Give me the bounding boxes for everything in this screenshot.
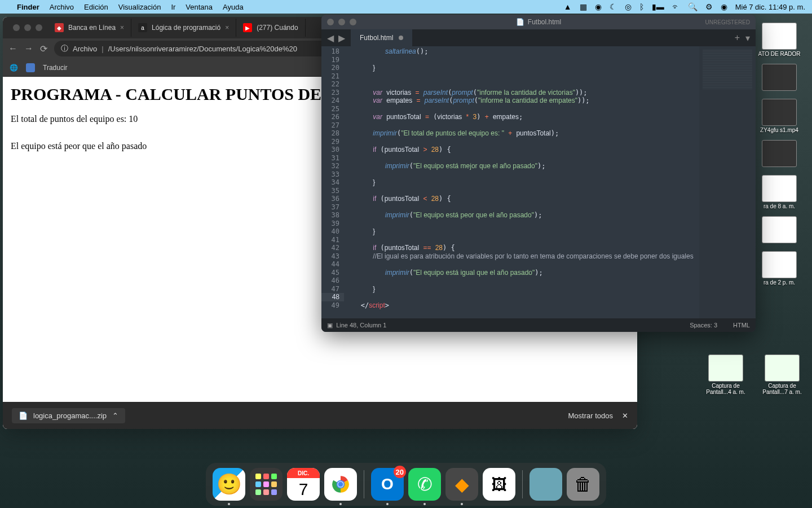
minimize-window-icon[interactable] [24, 24, 31, 31]
dock-outlook[interactable]: O 20 [371, 468, 404, 501]
bookmark-traducir[interactable]: Traducir [43, 64, 68, 72]
menu-visualizacion[interactable]: Visualización [118, 3, 161, 11]
tab-label: (277) Cuándo [257, 24, 298, 32]
show-all-downloads[interactable]: Mostrar todos [568, 411, 613, 420]
control-center-icon[interactable]: ⚙ [705, 2, 713, 11]
desktop-file[interactable]: ATO DE RADOR [754, 23, 805, 57]
calendar-month: DIC. [287, 468, 320, 478]
file-icon: 📄 [19, 411, 28, 420]
sublime-window: 📄 Futbol.html UNREGISTERED ◀ ▶ Futbol.ht… [321, 15, 756, 332]
close-tab-icon[interactable]: × [120, 24, 124, 32]
desktop-file[interactable]: Captura de Pantall...4 a. m. [700, 354, 751, 395]
url-scheme: Archivo [73, 45, 97, 53]
maximize-window-icon[interactable] [36, 24, 42, 31]
dock-separator [522, 470, 523, 498]
svg-point-3 [338, 481, 343, 487]
translate-icon[interactable] [26, 63, 35, 72]
globe-icon[interactable]: 🌐 [10, 64, 18, 72]
dock-minimized-window[interactable] [529, 468, 562, 501]
panel-switcher-icon[interactable]: ▣ [327, 322, 333, 329]
download-shelf: 📄 logica_progamac....zip ⌃ Mostrar todos… [3, 402, 637, 429]
play-circle-icon[interactable]: ◉ [595, 2, 602, 11]
back-button[interactable]: ← [8, 43, 17, 54]
triangle-icon[interactable]: ▲ [564, 2, 572, 11]
dock-preview[interactable]: 🖼 [483, 468, 515, 501]
tab-filename: Futbol.html [360, 34, 393, 42]
nav-forward-icon[interactable]: ▶ [336, 33, 347, 43]
desktop-file[interactable] [754, 216, 805, 244]
close-window-icon[interactable] [13, 24, 20, 31]
search-icon[interactable]: 🔍 [688, 2, 698, 11]
close-tab-icon[interactable]: × [225, 24, 229, 32]
menu-ayuda[interactable]: Ayuda [223, 3, 244, 11]
desktop-file[interactable]: ra de 2 p. m. [754, 251, 805, 286]
editor-tab[interactable]: Futbol.html [351, 29, 412, 46]
reload-button[interactable]: ⟳ [40, 43, 47, 54]
menu-edicion[interactable]: Edición [84, 3, 108, 11]
dock-calendar[interactable]: DIC. 7 [287, 468, 320, 501]
tab-label: Banca en Línea [68, 24, 116, 32]
tab-logica[interactable]: a Lógica de programació × [131, 19, 236, 37]
minimap[interactable] [699, 46, 756, 318]
desktop-file[interactable] [754, 140, 805, 168]
window-controls[interactable] [7, 24, 48, 31]
tab-label: Lógica de programació [152, 24, 220, 32]
dock-separator [364, 470, 364, 498]
status-bar: ▣ Line 48, Column 1 Spaces: 3 HTML [321, 318, 756, 332]
desktop-file[interactable]: Captura de Pantall...7 a. m. [757, 354, 807, 395]
code-editor[interactable]: saltarlinea(); } var victorias = parseIn… [344, 46, 699, 318]
nav-back-icon[interactable]: ◀ [325, 33, 336, 43]
line-gutter[interactable]: 18 19 20 21 22 23 24 25 26 27 28 29 30 3… [321, 46, 344, 318]
maximize-window-icon[interactable] [350, 19, 356, 25]
desktop-file[interactable] [754, 64, 805, 92]
calendar-day: 7 [299, 478, 308, 501]
favicon-icon: ▶ [243, 23, 252, 32]
cursor-position[interactable]: Line 48, Column 1 [336, 322, 386, 329]
download-item[interactable]: 📄 logica_progamac....zip ⌃ [12, 408, 125, 423]
window-controls[interactable] [327, 19, 356, 25]
notification-badge: 20 [394, 466, 406, 478]
url-path: /Users/nilssonriveraramirez/Documents/Lo… [108, 45, 297, 53]
document-icon: 📄 [516, 18, 524, 26]
menu-archivo[interactable]: Archivo [50, 3, 74, 11]
wifi-icon[interactable]: ᯤ [672, 2, 680, 11]
desktop-file[interactable]: ZY4gfu s1.mp4 [754, 99, 805, 133]
siri-icon[interactable]: ◉ [721, 2, 727, 11]
moon-icon[interactable]: ☾ [610, 2, 617, 11]
menu-ventana[interactable]: Ventana [186, 3, 213, 11]
unsaved-indicator-icon [399, 36, 403, 40]
bluetooth-icon[interactable]: ᛒ [639, 2, 644, 11]
close-shelf-icon[interactable]: ✕ [622, 411, 628, 420]
macos-menubar: Finder Archivo Edición Visualización Ir … [0, 0, 812, 14]
syntax-setting[interactable]: HTML [733, 322, 750, 329]
tab-youtube[interactable]: ▶ (277) Cuándo [236, 19, 305, 37]
dock-chrome[interactable] [324, 468, 357, 501]
dock-sublime[interactable]: ◆ [445, 468, 478, 501]
chevron-up-icon[interactable]: ⌃ [112, 411, 118, 420]
dock: 🙂 DIC. 7 O 20 ✆ ◆ 🖼 🗑 [206, 463, 606, 506]
dock-launchpad[interactable] [250, 468, 283, 501]
desktop-files-row: Captura de Pantall...4 a. m. Captura de … [700, 354, 807, 395]
battery-icon[interactable]: ▮▬ [652, 2, 664, 11]
menubar-clock[interactable]: Mié 7 dic. 11:49 p. m. [735, 3, 805, 11]
minimize-window-icon[interactable] [338, 19, 345, 25]
window-title: Futbol.html [528, 18, 561, 26]
favicon-icon: a [138, 23, 147, 32]
tab-dropdown-icon[interactable]: ▾ [745, 33, 750, 43]
indent-setting[interactable]: Spaces: 3 [690, 322, 717, 329]
sublime-titlebar: 📄 Futbol.html UNREGISTERED [321, 15, 756, 29]
dock-whatsapp[interactable]: ✆ [408, 468, 441, 501]
forward-button[interactable]: → [24, 43, 33, 54]
sublime-tabbar: ◀ ▶ Futbol.html + ▾ [321, 29, 756, 46]
dock-finder[interactable]: 🙂 [213, 468, 245, 501]
menu-app-name[interactable]: Finder [17, 3, 39, 11]
desktop-file[interactable]: ra de 8 a. m. [754, 175, 805, 209]
tab-banca[interactable]: ◆ Banca en Línea × [48, 19, 131, 37]
dock-trash[interactable]: 🗑 [567, 468, 599, 501]
airdrop-icon[interactable]: ◎ [625, 2, 632, 11]
menu-ir[interactable]: Ir [171, 3, 175, 11]
download-filename: logica_progamac....zip [33, 411, 107, 420]
new-tab-icon[interactable]: + [735, 33, 740, 43]
close-window-icon[interactable] [327, 19, 334, 25]
stage-manager-icon[interactable]: ▦ [580, 2, 587, 11]
